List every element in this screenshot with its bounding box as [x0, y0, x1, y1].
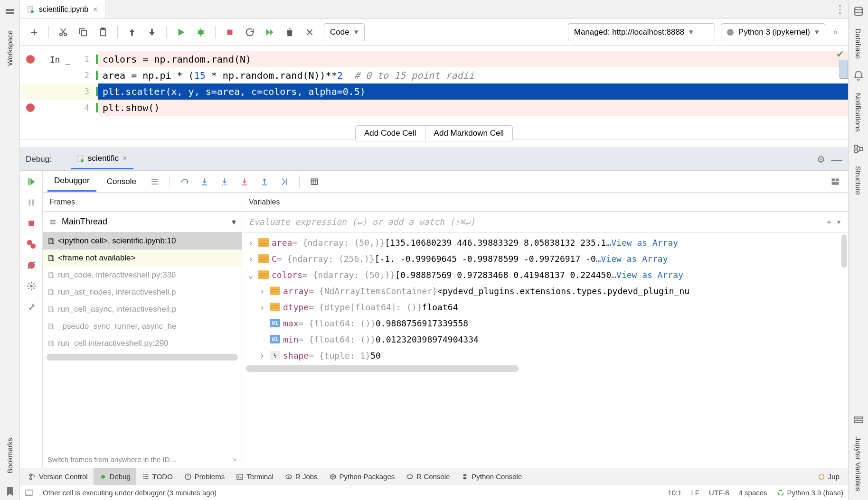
scrollbar-vertical[interactable]: [841, 234, 847, 268]
line-ending[interactable]: LF: [691, 489, 700, 497]
kernel-dropdown[interactable]: Managed: http://localhost:8888 ▾: [568, 23, 715, 41]
code-line-2[interactable]: area = np.pi * (15 * np.random.rand(N))*…: [98, 67, 848, 83]
collapse-icon[interactable]: ⌄: [246, 270, 255, 280]
structure-icon[interactable]: [853, 143, 864, 155]
minimize-icon[interactable]: —: [831, 153, 842, 166]
gear-icon[interactable]: ⚙: [817, 154, 825, 165]
step-into-button[interactable]: [197, 174, 213, 190]
expand-icon[interactable]: ›: [246, 254, 255, 264]
code-line-1[interactable]: colors = np.random.rand(N): [98, 51, 848, 67]
python-packages-tw[interactable]: Python Packages: [323, 468, 401, 485]
editor-tab-scientific[interactable]: scientific.ipynb ×: [20, 0, 105, 19]
delete-cell-button[interactable]: [281, 24, 298, 41]
interpreter-status[interactable]: Python 3.9 (base): [777, 489, 843, 497]
variable-row[interactable]: ›area = {ndarray: (50,)} [135.10680239 4…: [242, 234, 848, 250]
debug-settings-button[interactable]: [24, 279, 38, 293]
debug-cell-button[interactable]: [192, 24, 209, 41]
workspace-label[interactable]: Workspace: [6, 30, 14, 66]
cell-type-dropdown[interactable]: Code ▾: [324, 23, 365, 41]
run-to-cursor-button[interactable]: [276, 174, 292, 190]
expand-icon[interactable]: ›: [246, 238, 255, 248]
restart-button[interactable]: [241, 24, 258, 41]
database-icon[interactable]: [853, 6, 864, 17]
terminal-tw[interactable]: Terminal: [230, 468, 279, 485]
debug-tw[interactable]: Debug: [94, 468, 136, 485]
debugger-tab[interactable]: Debugger: [47, 171, 96, 192]
structure-label[interactable]: Structure: [854, 166, 862, 195]
layout-icon[interactable]: [827, 174, 843, 190]
view-as-array-link[interactable]: …View as Array: [606, 238, 678, 248]
interpreter-dropdown[interactable]: Python 3 (ipykernel) ▾: [721, 23, 825, 41]
tab-bar-overflow-icon[interactable]: ⋮: [832, 0, 848, 19]
expand-icon[interactable]: ›: [257, 351, 267, 361]
variable-row[interactable]: 01min = {float64: ()} 0.0123203989749043…: [242, 331, 848, 347]
inspection-ok-icon[interactable]: ✔: [836, 48, 844, 60]
step-over-button[interactable]: [177, 174, 193, 190]
frame-row[interactable]: run_cell_async, interactiveshell.p: [43, 301, 242, 318]
notifications-icon[interactable]: [853, 70, 864, 82]
bookmarks-icon[interactable]: [4, 486, 16, 497]
database-label[interactable]: Database: [854, 28, 862, 59]
variable-row[interactable]: ›½shape = {tuple: 1} 50: [242, 347, 848, 363]
add-watch-icon[interactable]: +: [826, 217, 831, 227]
move-down-button[interactable]: [143, 24, 160, 41]
add-cell-button[interactable]: [26, 24, 43, 41]
clear-output-button[interactable]: [301, 24, 318, 41]
add-code-cell-button[interactable]: Add Code Cell: [356, 126, 425, 141]
copy-button[interactable]: [75, 24, 92, 41]
expand-icon[interactable]: ›: [257, 302, 267, 312]
paste-button[interactable]: [94, 24, 112, 41]
r-console-tw[interactable]: R Console: [400, 468, 455, 485]
mute-breakpoints-button[interactable]: [24, 258, 38, 272]
frame-row[interactable]: run_code, interactiveshell.py:336: [43, 267, 242, 284]
variable-row[interactable]: ›dtype = {dtype[float64]: ()} float64: [242, 299, 848, 315]
variable-row[interactable]: 01max = {float64: ()} 0.9888756917339558: [242, 315, 848, 331]
tab-close-icon[interactable]: ×: [92, 5, 98, 14]
run-all-button[interactable]: [261, 24, 278, 41]
scrollbar-horizontal[interactable]: [47, 354, 238, 361]
view-as-array-link[interactable]: …View as Array: [611, 270, 683, 280]
encoding[interactable]: UTF-8: [709, 489, 729, 497]
variable-row[interactable]: ⌄colors = {ndarray: (50,)} [0.98887569 0…: [242, 267, 848, 283]
python-console-tw[interactable]: Python Console: [455, 468, 528, 485]
code-line-4[interactable]: plt.show(): [98, 100, 848, 116]
pause-button[interactable]: [24, 195, 38, 210]
stop-debug-button[interactable]: [24, 216, 38, 231]
variable-row[interactable]: ›array = {NdArrayItemsContainer} <pydevd…: [242, 283, 848, 299]
bookmarks-label[interactable]: Bookmarks: [6, 438, 14, 473]
cut-button[interactable]: [55, 24, 72, 41]
version-control-tw[interactable]: Version Control: [23, 468, 94, 485]
pin-button[interactable]: [24, 300, 38, 314]
frame-row[interactable]: run_ast_nodes, interactiveshell.p: [43, 284, 242, 301]
add-markdown-cell-button[interactable]: Add Markdown Cell: [425, 126, 512, 141]
breakpoint-icon[interactable]: [26, 55, 35, 64]
jupyter-tw[interactable]: Jup: [812, 468, 845, 485]
thread-selector[interactable]: MainThread ▾: [43, 212, 242, 232]
evaluate-expression-button[interactable]: [306, 174, 322, 190]
chevron-down-icon[interactable]: ▾: [836, 217, 841, 227]
step-out-button[interactable]: [256, 174, 273, 190]
jupyter-variables-label[interactable]: Jupyter Variables: [854, 437, 862, 491]
frame-row[interactable]: _pseudo_sync_runner, async_he: [43, 318, 242, 335]
toolbar-expand-button[interactable]: »: [828, 27, 842, 37]
minimap[interactable]: [840, 60, 848, 79]
workspace-icon[interactable]: [4, 7, 16, 18]
threads-view-icon[interactable]: [147, 174, 163, 190]
move-up-button[interactable]: [123, 24, 141, 41]
close-icon[interactable]: ×: [122, 154, 128, 163]
step-into-my-code-button[interactable]: [217, 174, 233, 190]
close-icon[interactable]: ×: [233, 455, 237, 463]
frame-row[interactable]: <ipython cell>, scientific.ipynb:10: [43, 232, 242, 250]
r-jobs-tw[interactable]: RR Jobs: [279, 468, 323, 485]
problems-tw[interactable]: Problems: [179, 468, 230, 485]
frame-row[interactable]: <frame not available>: [43, 250, 242, 267]
view-breakpoints-button[interactable]: [24, 237, 38, 251]
debug-config-tab[interactable]: scientific ×: [71, 149, 134, 169]
caret-position[interactable]: 10:1: [668, 489, 681, 497]
stop-button[interactable]: [221, 24, 238, 41]
scrollbar-horizontal[interactable]: [246, 365, 519, 372]
console-tab[interactable]: Console: [100, 172, 143, 191]
breakpoint-icon[interactable]: [26, 103, 35, 112]
force-step-into-button[interactable]: [236, 174, 253, 190]
evaluate-expression-input[interactable]: Evaluate expression (↵) or add a watch (…: [242, 212, 848, 232]
